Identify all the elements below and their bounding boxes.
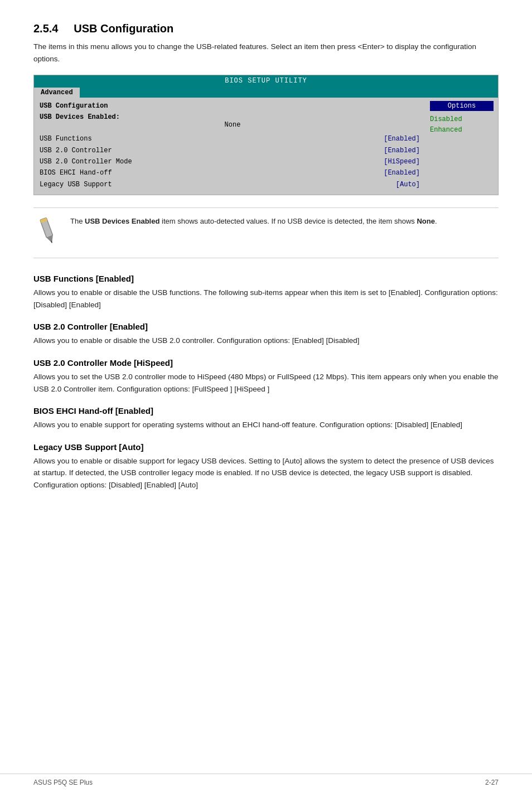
sub-body: Allows you to enable or disable the USB …: [33, 335, 499, 347]
bios-main-title: USB Configuration: [40, 102, 420, 110]
bios-tab-row: Advanced: [34, 86, 498, 98]
bios-items-table: USB Functions [Enabled] USB 2.0 Controll…: [40, 133, 420, 190]
bios-devices-section: USB Devices Enabled: None: [40, 113, 420, 129]
bios-sidebar-title: Options: [430, 101, 494, 111]
note-box: The USB Devices Enabled item shows auto-…: [33, 207, 499, 258]
sub-body: Allows you to set the USB 2.0 controller…: [33, 371, 499, 395]
subsection-legacy-usb: Legacy USB Support [Auto] Allows you to …: [33, 442, 499, 491]
bios-tab-advanced: Advanced: [34, 88, 80, 98]
sub-heading: USB Functions [Enabled]: [33, 274, 499, 283]
page-footer: ASUS P5Q SE Plus 2-27: [0, 774, 532, 786]
bios-header: BIOS SETUP UTILITY: [34, 75, 498, 86]
subsection-bios-ehci: BIOS EHCI Hand-off [Enabled] Allows you …: [33, 406, 499, 431]
table-row: USB 2.0 Controller Mode [HiSpeed]: [40, 156, 420, 167]
sub-heading: Legacy USB Support [Auto]: [33, 442, 499, 452]
subsection-usb-controller: USB 2.0 Controller [Enabled] Allows you …: [33, 322, 499, 347]
sub-heading: USB 2.0 Controller [Enabled]: [33, 322, 499, 331]
note-text: The USB Devices Enabled item shows auto-…: [70, 216, 437, 228]
sub-body: Allows you to enable support for operati…: [33, 419, 499, 431]
bios-sidebar-item: Enhanced: [430, 125, 494, 136]
table-row: USB 2.0 Controller [Enabled]: [40, 145, 420, 156]
bios-main-panel: USB Configuration USB Devices Enabled: N…: [34, 98, 425, 195]
footer-right: 2-27: [485, 779, 499, 786]
intro-text: The items in this menu allows you to cha…: [33, 41, 499, 65]
subsection-usb-controller-mode: USB 2.0 Controller Mode [HiSpeed] Allows…: [33, 358, 499, 395]
bios-screenshot: BIOS SETUP UTILITY Advanced USB Configur…: [33, 75, 499, 195]
table-row: USB Functions [Enabled]: [40, 133, 420, 144]
bios-sidebar-item: Disabled: [430, 114, 494, 125]
sub-body: Allows you to enable or disable support …: [33, 455, 499, 491]
sub-heading: USB 2.0 Controller Mode [HiSpeed]: [33, 358, 499, 368]
sub-body: Allows you to enable or disable the USB …: [33, 287, 499, 311]
bios-sidebar: Options Disabled Enhanced: [425, 98, 498, 195]
table-row: BIOS EHCI Hand-off [Enabled]: [40, 167, 420, 178]
pencil-icon: [33, 216, 61, 250]
footer-left: ASUS P5Q SE Plus: [33, 779, 93, 786]
table-row: Legacy USB Support [Auto]: [40, 179, 420, 190]
sub-heading: BIOS EHCI Hand-off [Enabled]: [33, 406, 499, 416]
subsection-usb-functions: USB Functions [Enabled] Allows you to en…: [33, 274, 499, 311]
section-title: 2.5.4 USB Configuration: [33, 22, 173, 35]
